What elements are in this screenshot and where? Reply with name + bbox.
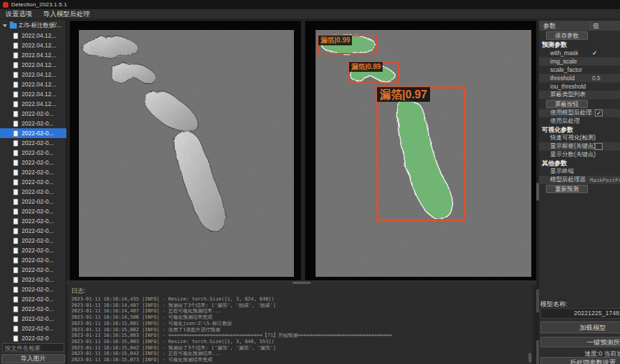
- file-list-item[interactable]: 2022-02-0...: [0, 304, 66, 314]
- postprocess-settings-button[interactable]: 后处理参数设置: [540, 357, 620, 364]
- file-label: 2022-02-0...: [22, 247, 54, 254]
- param-row[interactable]: 重新预测: [539, 184, 620, 194]
- param-row[interactable]: scale_factor: [539, 66, 620, 74]
- file-list-item[interactable]: 2022-02-0...: [0, 119, 66, 128]
- file-list-item[interactable]: 2022-02-0...: [0, 236, 66, 245]
- param-row[interactable]: 使用模型后处理 ✓: [539, 109, 620, 117]
- file-icon: [13, 248, 18, 254]
- file-list-item[interactable]: 2022-02-0...: [0, 109, 66, 119]
- menu-settings[interactable]: 设置选项: [0, 10, 38, 19]
- file-list-item[interactable]: 2022.04.12...: [0, 79, 66, 89]
- param-value: MaskPostPro: [590, 177, 620, 183]
- menu-import-postprocess[interactable]: 导入模型后处理: [38, 10, 96, 19]
- log-panel: 日志: 2023-01-11 16:16:14,435 |INFO| - Res…: [68, 285, 533, 364]
- param-row[interactable]: 可视化参数: [539, 126, 620, 134]
- param-row[interactable]: img_scale: [539, 57, 620, 66]
- log-line: 2023-01-11 16:16:15,073 |INFO| - 可视化预测结果…: [71, 357, 529, 363]
- value-header-label: 值: [590, 21, 599, 31]
- file-list-item[interactable]: 2022.04.12...: [0, 40, 66, 50]
- file-list-item[interactable]: 2022-02-0...: [0, 324, 66, 333]
- file-icon: [13, 277, 18, 283]
- param-row[interactable]: 快速可视化(检测): [539, 134, 620, 142]
- param-row[interactable]: 保存参数: [539, 31, 620, 40]
- file-icon: [13, 316, 18, 322]
- load-model-button[interactable]: 加载模型: [540, 321, 620, 333]
- param-row[interactable]: 模型后处理器 MaskPostPro: [539, 176, 620, 184]
- file-icon: [13, 101, 18, 107]
- file-list-item[interactable]: 2022.04.12...: [0, 99, 66, 109]
- param-table-header: 参数 值: [539, 21, 620, 31]
- param-row[interactable]: 屏蔽按钮: [539, 99, 620, 109]
- param-row[interactable]: 屏蔽类型列表: [539, 91, 620, 99]
- file-label: 2022-02-0...: [22, 257, 54, 264]
- import-image-button[interactable]: 导入图片: [1, 354, 65, 363]
- file-list-item[interactable]: 2022-02-0...: [0, 138, 66, 148]
- file-list-item[interactable]: 2022-02-0...: [0, 216, 66, 226]
- param-row[interactable]: 其他参数: [539, 159, 620, 167]
- file-label: 2022.04.12...: [22, 81, 57, 88]
- file-list-item[interactable]: 2022.04.12...: [0, 31, 66, 40]
- file-list-item[interactable]: 2022-02-0...: [0, 255, 66, 265]
- splitter-handle-icon[interactable]: [293, 282, 311, 284]
- file-icon: [13, 189, 18, 195]
- file-list-item[interactable]: 2022-02-0...: [0, 294, 66, 304]
- file-list-item[interactable]: 2022.04.12...: [0, 50, 66, 60]
- file-list-item[interactable]: 2022-02-0...: [0, 265, 66, 275]
- file-list-item[interactable]: 2022-02-0...: [0, 187, 66, 197]
- param-row[interactable]: threshold 0.5: [539, 74, 620, 82]
- param-label: 屏蔽按钮: [546, 100, 588, 108]
- file-list-item[interactable]: 2022-02-0...: [0, 197, 66, 206]
- file-list-item[interactable]: 2022-02-0...: [0, 314, 66, 324]
- file-label: 2022-02-0...: [22, 305, 54, 312]
- file-label: 2022-02-0...: [22, 120, 54, 127]
- param-label: 其他参数: [539, 159, 567, 167]
- param-label: 快速可视化(检测): [539, 134, 596, 142]
- search-input[interactable]: [2, 343, 64, 352]
- file-list-item[interactable]: 2022-02-0...: [0, 226, 66, 236]
- param-value: [595, 143, 603, 150]
- file-icon: [13, 150, 18, 156]
- param-label: 可视化参数: [539, 126, 573, 134]
- file-label: 2022-02-0: [22, 335, 49, 342]
- param-row[interactable]: 显示标签(关键点): [539, 142, 620, 151]
- log-scrollbar[interactable]: [529, 353, 531, 363]
- chevron-down-icon[interactable]: [3, 24, 7, 27]
- log-lines[interactable]: 2023-01-11 16:16:14,435 |INFO| - Resize:…: [71, 296, 529, 363]
- file-list-item[interactable]: 2022.04.12...: [0, 70, 66, 79]
- param-label: 使用模型后处理: [539, 109, 592, 117]
- file-icon: [13, 82, 18, 88]
- param-row[interactable]: with_mask ✓: [539, 49, 620, 57]
- file-list-item[interactable]: 2022-02-0...: [0, 275, 66, 285]
- param-label: 使用后处理: [539, 117, 580, 126]
- file-list-item[interactable]: 2022-02-0...: [0, 177, 66, 187]
- detection-box-3: [376, 86, 466, 221]
- file-list-item[interactable]: 2022-02-0: [0, 333, 66, 343]
- tree-root-folder[interactable]: Z:/5-标注数据/...: [0, 21, 66, 31]
- file-list-item[interactable]: 2022-02-0...: [0, 285, 66, 294]
- file-list-item[interactable]: 2022.04.12...: [0, 89, 66, 99]
- titlebar: Detection_2023.1.5.1: [0, 0, 620, 9]
- model-name-field[interactable]: 20221225_174813: [540, 308, 620, 319]
- prediction-image-panel[interactable]: 漏箔|0.99 漏箔|0.89 漏箔|0.97: [305, 21, 536, 280]
- file-list-item[interactable]: 2022-02-0...: [0, 128, 66, 138]
- param-row[interactable]: 显示分数(关键点): [539, 151, 620, 159]
- file-icon: [13, 335, 18, 342]
- file-list-item[interactable]: 2022-02-0...: [0, 245, 66, 255]
- file-label: 2022-02-0...: [22, 159, 54, 166]
- param-row[interactable]: 使用后处理: [539, 117, 620, 126]
- log-line: 2023-01-11 16:16:15,042 |INFO| - 正在可视化预测…: [71, 351, 529, 357]
- file-list-item[interactable]: 2022-02-0...: [0, 158, 66, 167]
- file-list-item[interactable]: 2022-02-0...: [0, 167, 66, 177]
- file-list-item[interactable]: 2022.04.12...: [0, 60, 66, 70]
- param-row[interactable]: 预测参数: [539, 40, 620, 49]
- tree-root-label: Z:/5-标注数据/...: [19, 22, 61, 30]
- file-label: 2022-02-0...: [22, 198, 54, 205]
- param-row[interactable]: iou_threshold: [539, 82, 620, 91]
- file-icon: [13, 218, 18, 225]
- original-image-panel[interactable]: [70, 21, 301, 280]
- predict-all-button[interactable]: 一键预测所有: [540, 337, 620, 347]
- param-row[interactable]: 显示终端: [539, 167, 620, 176]
- file-list-item[interactable]: 2022-02-0...: [0, 148, 66, 158]
- file-icon: [13, 179, 18, 185]
- file-list-item[interactable]: 2022-02-0...: [0, 206, 66, 216]
